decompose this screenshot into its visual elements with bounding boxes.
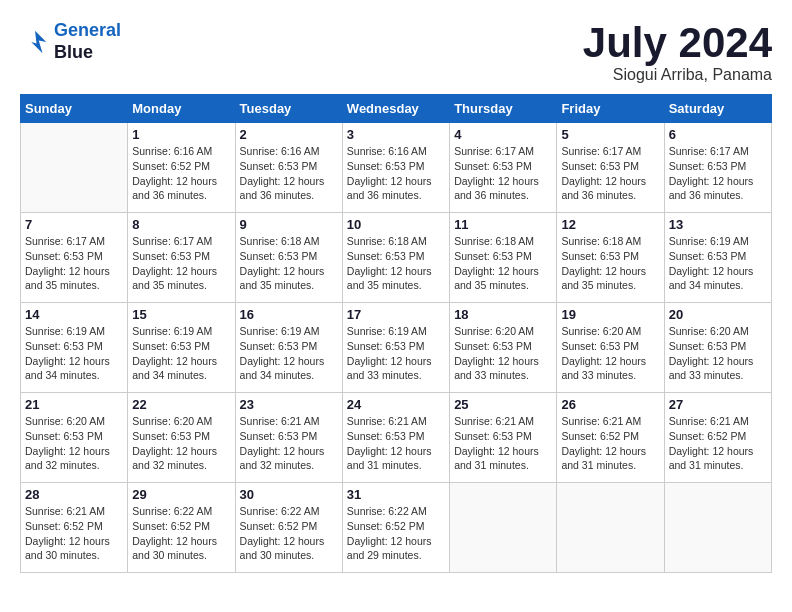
day-number: 27 — [669, 397, 767, 412]
day-number: 21 — [25, 397, 123, 412]
col-header-sunday: Sunday — [21, 95, 128, 123]
calendar-cell: 11Sunrise: 6:18 AM Sunset: 6:53 PM Dayli… — [450, 213, 557, 303]
calendar-cell: 4Sunrise: 6:17 AM Sunset: 6:53 PM Daylig… — [450, 123, 557, 213]
day-number: 20 — [669, 307, 767, 322]
day-number: 26 — [561, 397, 659, 412]
day-number: 14 — [25, 307, 123, 322]
day-number: 4 — [454, 127, 552, 142]
day-info: Sunrise: 6:18 AM Sunset: 6:53 PM Dayligh… — [561, 234, 659, 293]
day-number: 2 — [240, 127, 338, 142]
day-info: Sunrise: 6:22 AM Sunset: 6:52 PM Dayligh… — [347, 504, 445, 563]
calendar-cell: 5Sunrise: 6:17 AM Sunset: 6:53 PM Daylig… — [557, 123, 664, 213]
week-row-4: 21Sunrise: 6:20 AM Sunset: 6:53 PM Dayli… — [21, 393, 772, 483]
logo-text: General Blue — [54, 20, 121, 63]
week-row-3: 14Sunrise: 6:19 AM Sunset: 6:53 PM Dayli… — [21, 303, 772, 393]
day-number: 16 — [240, 307, 338, 322]
day-info: Sunrise: 6:20 AM Sunset: 6:53 PM Dayligh… — [669, 324, 767, 383]
day-info: Sunrise: 6:16 AM Sunset: 6:53 PM Dayligh… — [347, 144, 445, 203]
day-number: 22 — [132, 397, 230, 412]
calendar-cell: 2Sunrise: 6:16 AM Sunset: 6:53 PM Daylig… — [235, 123, 342, 213]
calendar-cell: 19Sunrise: 6:20 AM Sunset: 6:53 PM Dayli… — [557, 303, 664, 393]
calendar-cell: 21Sunrise: 6:20 AM Sunset: 6:53 PM Dayli… — [21, 393, 128, 483]
day-number: 24 — [347, 397, 445, 412]
calendar-cell: 1Sunrise: 6:16 AM Sunset: 6:52 PM Daylig… — [128, 123, 235, 213]
calendar-cell: 12Sunrise: 6:18 AM Sunset: 6:53 PM Dayli… — [557, 213, 664, 303]
day-number: 8 — [132, 217, 230, 232]
header: General Blue July 2024 Siogui Arriba, Pa… — [20, 20, 772, 84]
week-row-1: 1Sunrise: 6:16 AM Sunset: 6:52 PM Daylig… — [21, 123, 772, 213]
day-info: Sunrise: 6:21 AM Sunset: 6:52 PM Dayligh… — [561, 414, 659, 473]
day-info: Sunrise: 6:20 AM Sunset: 6:53 PM Dayligh… — [454, 324, 552, 383]
day-info: Sunrise: 6:16 AM Sunset: 6:52 PM Dayligh… — [132, 144, 230, 203]
day-info: Sunrise: 6:22 AM Sunset: 6:52 PM Dayligh… — [240, 504, 338, 563]
calendar-cell: 31Sunrise: 6:22 AM Sunset: 6:52 PM Dayli… — [342, 483, 449, 573]
day-info: Sunrise: 6:21 AM Sunset: 6:52 PM Dayligh… — [669, 414, 767, 473]
day-info: Sunrise: 6:22 AM Sunset: 6:52 PM Dayligh… — [132, 504, 230, 563]
day-number: 23 — [240, 397, 338, 412]
calendar-cell: 10Sunrise: 6:18 AM Sunset: 6:53 PM Dayli… — [342, 213, 449, 303]
day-number: 10 — [347, 217, 445, 232]
col-header-saturday: Saturday — [664, 95, 771, 123]
day-number: 6 — [669, 127, 767, 142]
calendar-cell: 13Sunrise: 6:19 AM Sunset: 6:53 PM Dayli… — [664, 213, 771, 303]
day-info: Sunrise: 6:21 AM Sunset: 6:53 PM Dayligh… — [240, 414, 338, 473]
calendar-cell: 14Sunrise: 6:19 AM Sunset: 6:53 PM Dayli… — [21, 303, 128, 393]
calendar-cell: 27Sunrise: 6:21 AM Sunset: 6:52 PM Dayli… — [664, 393, 771, 483]
day-number: 28 — [25, 487, 123, 502]
day-info: Sunrise: 6:19 AM Sunset: 6:53 PM Dayligh… — [25, 324, 123, 383]
calendar-cell — [450, 483, 557, 573]
calendar-cell: 15Sunrise: 6:19 AM Sunset: 6:53 PM Dayli… — [128, 303, 235, 393]
calendar-cell: 3Sunrise: 6:16 AM Sunset: 6:53 PM Daylig… — [342, 123, 449, 213]
location-subtitle: Siogui Arriba, Panama — [583, 66, 772, 84]
day-number: 7 — [25, 217, 123, 232]
day-info: Sunrise: 6:21 AM Sunset: 6:53 PM Dayligh… — [347, 414, 445, 473]
day-info: Sunrise: 6:20 AM Sunset: 6:53 PM Dayligh… — [25, 414, 123, 473]
calendar-header-row: SundayMondayTuesdayWednesdayThursdayFrid… — [21, 95, 772, 123]
day-info: Sunrise: 6:19 AM Sunset: 6:53 PM Dayligh… — [669, 234, 767, 293]
col-header-tuesday: Tuesday — [235, 95, 342, 123]
calendar-cell: 20Sunrise: 6:20 AM Sunset: 6:53 PM Dayli… — [664, 303, 771, 393]
calendar-cell: 8Sunrise: 6:17 AM Sunset: 6:53 PM Daylig… — [128, 213, 235, 303]
day-number: 1 — [132, 127, 230, 142]
calendar-cell — [21, 123, 128, 213]
day-info: Sunrise: 6:17 AM Sunset: 6:53 PM Dayligh… — [25, 234, 123, 293]
calendar-cell: 16Sunrise: 6:19 AM Sunset: 6:53 PM Dayli… — [235, 303, 342, 393]
calendar-cell: 9Sunrise: 6:18 AM Sunset: 6:53 PM Daylig… — [235, 213, 342, 303]
day-info: Sunrise: 6:17 AM Sunset: 6:53 PM Dayligh… — [132, 234, 230, 293]
calendar-cell: 24Sunrise: 6:21 AM Sunset: 6:53 PM Dayli… — [342, 393, 449, 483]
col-header-friday: Friday — [557, 95, 664, 123]
day-number: 29 — [132, 487, 230, 502]
week-row-2: 7Sunrise: 6:17 AM Sunset: 6:53 PM Daylig… — [21, 213, 772, 303]
day-info: Sunrise: 6:18 AM Sunset: 6:53 PM Dayligh… — [240, 234, 338, 293]
calendar-cell: 17Sunrise: 6:19 AM Sunset: 6:53 PM Dayli… — [342, 303, 449, 393]
calendar-cell: 22Sunrise: 6:20 AM Sunset: 6:53 PM Dayli… — [128, 393, 235, 483]
day-info: Sunrise: 6:17 AM Sunset: 6:53 PM Dayligh… — [669, 144, 767, 203]
day-number: 18 — [454, 307, 552, 322]
title-area: July 2024 Siogui Arriba, Panama — [583, 20, 772, 84]
col-header-thursday: Thursday — [450, 95, 557, 123]
calendar-table: SundayMondayTuesdayWednesdayThursdayFrid… — [20, 94, 772, 573]
day-info: Sunrise: 6:16 AM Sunset: 6:53 PM Dayligh… — [240, 144, 338, 203]
day-number: 19 — [561, 307, 659, 322]
day-number: 25 — [454, 397, 552, 412]
col-header-monday: Monday — [128, 95, 235, 123]
day-number: 3 — [347, 127, 445, 142]
day-info: Sunrise: 6:21 AM Sunset: 6:53 PM Dayligh… — [454, 414, 552, 473]
day-number: 13 — [669, 217, 767, 232]
calendar-cell: 18Sunrise: 6:20 AM Sunset: 6:53 PM Dayli… — [450, 303, 557, 393]
day-number: 12 — [561, 217, 659, 232]
day-number: 9 — [240, 217, 338, 232]
col-header-wednesday: Wednesday — [342, 95, 449, 123]
day-info: Sunrise: 6:18 AM Sunset: 6:53 PM Dayligh… — [454, 234, 552, 293]
day-number: 30 — [240, 487, 338, 502]
month-year-title: July 2024 — [583, 20, 772, 66]
day-info: Sunrise: 6:21 AM Sunset: 6:52 PM Dayligh… — [25, 504, 123, 563]
day-info: Sunrise: 6:19 AM Sunset: 6:53 PM Dayligh… — [347, 324, 445, 383]
calendar-cell: 29Sunrise: 6:22 AM Sunset: 6:52 PM Dayli… — [128, 483, 235, 573]
calendar-cell: 26Sunrise: 6:21 AM Sunset: 6:52 PM Dayli… — [557, 393, 664, 483]
week-row-5: 28Sunrise: 6:21 AM Sunset: 6:52 PM Dayli… — [21, 483, 772, 573]
day-info: Sunrise: 6:20 AM Sunset: 6:53 PM Dayligh… — [561, 324, 659, 383]
calendar-cell: 7Sunrise: 6:17 AM Sunset: 6:53 PM Daylig… — [21, 213, 128, 303]
day-info: Sunrise: 6:20 AM Sunset: 6:53 PM Dayligh… — [132, 414, 230, 473]
day-number: 31 — [347, 487, 445, 502]
